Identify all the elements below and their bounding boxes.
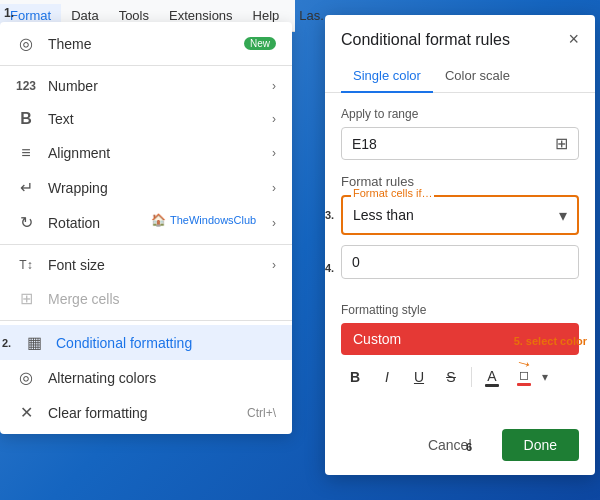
text-label: Text: [48, 111, 272, 127]
menu-item-conditional[interactable]: 2. ▦ Conditional formatting: [0, 325, 292, 360]
tab-single-color[interactable]: Single color: [341, 60, 433, 93]
value-input-wrap: 4.: [341, 245, 579, 291]
cancel-button[interactable]: Cancel: [408, 429, 492, 461]
font-color-underline: [485, 384, 499, 387]
format-rule-select[interactable]: Is empty Is not empty Text contains Text…: [343, 197, 577, 233]
apply-to-range-label: Apply to range: [341, 107, 579, 121]
alignment-arrow: ›: [272, 146, 276, 160]
grid-icon: ⊞: [555, 134, 568, 153]
panel-close-button[interactable]: ×: [568, 29, 579, 50]
wrapping-icon: ↵: [16, 178, 36, 197]
separator-2: [0, 244, 292, 245]
clear-shortcut: Ctrl+\: [247, 406, 276, 420]
fill-color-dropdown-arrow[interactable]: ▾: [542, 370, 548, 384]
strikethrough-button[interactable]: S: [437, 363, 465, 391]
panel-title: Conditional format rules: [341, 31, 510, 49]
font-color-label: A: [487, 368, 496, 384]
underline-button[interactable]: U: [405, 363, 433, 391]
menu-item-alternating[interactable]: ◎ Alternating colors: [0, 360, 292, 395]
italic-button[interactable]: I: [373, 363, 401, 391]
mergecells-label: Merge cells: [48, 291, 276, 307]
panel-tabs: Single color Color scale: [325, 60, 595, 93]
format-cells-hint: Format cells if…: [351, 187, 434, 199]
watermark-text: TheWindowsClub: [170, 214, 256, 226]
step-1-label: 1.: [4, 6, 14, 20]
panel-footer: 6 Cancel Done: [325, 419, 595, 475]
fill-color-underline: [517, 383, 531, 386]
toolbar-divider-1: [471, 367, 472, 387]
step-3-label: 3.: [325, 209, 334, 221]
step-2-label: 2.: [2, 337, 11, 349]
tab-color-scale[interactable]: Color scale: [433, 60, 522, 93]
number-label: Number: [48, 78, 272, 94]
fontsize-label: Font size: [48, 257, 272, 273]
clear-label: Clear formatting: [48, 405, 247, 421]
menu-item-mergecells: ⊞ Merge cells: [0, 281, 292, 316]
formatting-style-label: Formatting style: [341, 303, 579, 317]
menu-item-number[interactable]: 123 Number ›: [0, 70, 292, 102]
separator-1: [0, 65, 292, 66]
alternating-label: Alternating colors: [48, 370, 276, 386]
wrapping-arrow: ›: [272, 181, 276, 195]
range-input-row: E18 ⊞: [341, 127, 579, 160]
conditional-format-rules-panel: Conditional format rules × Single color …: [325, 15, 595, 475]
rotation-icon: ↻: [16, 213, 36, 232]
panel-body: Apply to range E18 ⊞ Format rules 3. For…: [325, 93, 595, 419]
strikethrough-label: S: [446, 369, 455, 385]
theme-icon: ◎: [16, 34, 36, 53]
alignment-icon: ≡: [16, 144, 36, 162]
fontsize-arrow: ›: [272, 258, 276, 272]
conditional-label: Conditional formatting: [56, 335, 276, 351]
wrapping-label: Wrapping: [48, 180, 272, 196]
value-input[interactable]: [341, 245, 579, 279]
rotation-arrow: ›: [272, 216, 276, 230]
alternating-icon: ◎: [16, 368, 36, 387]
range-input[interactable]: E18: [352, 136, 555, 152]
step-5-label: 5. select color: [514, 335, 587, 347]
number-icon: 123: [16, 79, 36, 93]
step-4-label: 4.: [325, 262, 334, 274]
done-button[interactable]: Done: [502, 429, 579, 461]
menu-item-text[interactable]: B Text ›: [0, 102, 292, 136]
font-color-button[interactable]: A: [478, 363, 506, 391]
menu-item-alignment[interactable]: ≡ Alignment ›: [0, 136, 292, 170]
text-arrow: ›: [272, 112, 276, 126]
number-arrow: ›: [272, 79, 276, 93]
menu-item-wrapping[interactable]: ↵ Wrapping ›: [0, 170, 292, 205]
format-toolbar: B I U S A ◻ ▾: [341, 363, 579, 391]
step-6-label: 6: [466, 441, 472, 453]
alignment-label: Alignment: [48, 145, 272, 161]
format-rule-select-wrapper: Format cells if… Is empty Is not empty T…: [341, 195, 579, 235]
menu-item-theme[interactable]: ◎ Theme New: [0, 26, 292, 61]
text-bold-icon: B: [16, 110, 36, 128]
fontsize-icon: T↕: [16, 258, 36, 272]
panel-header: Conditional format rules ×: [325, 15, 595, 60]
menu-item-fontsize[interactable]: T↕ Font size ›: [0, 249, 292, 281]
mergecells-icon: ⊞: [16, 289, 36, 308]
format-rule-select-wrapper-outer: 3. Format cells if… Is empty Is not empt…: [341, 195, 579, 235]
conditional-icon: ▦: [24, 333, 44, 352]
theme-label: Theme: [48, 36, 236, 52]
menu-item-clear[interactable]: ✕ Clear formatting Ctrl+\: [0, 395, 292, 430]
watermark-icon: 🏠: [151, 213, 166, 227]
separator-3: [0, 320, 292, 321]
watermark: 🏠 TheWindowsClub: [145, 210, 262, 230]
new-badge: New: [244, 37, 276, 50]
clear-icon: ✕: [16, 403, 36, 422]
bold-button[interactable]: B: [341, 363, 369, 391]
